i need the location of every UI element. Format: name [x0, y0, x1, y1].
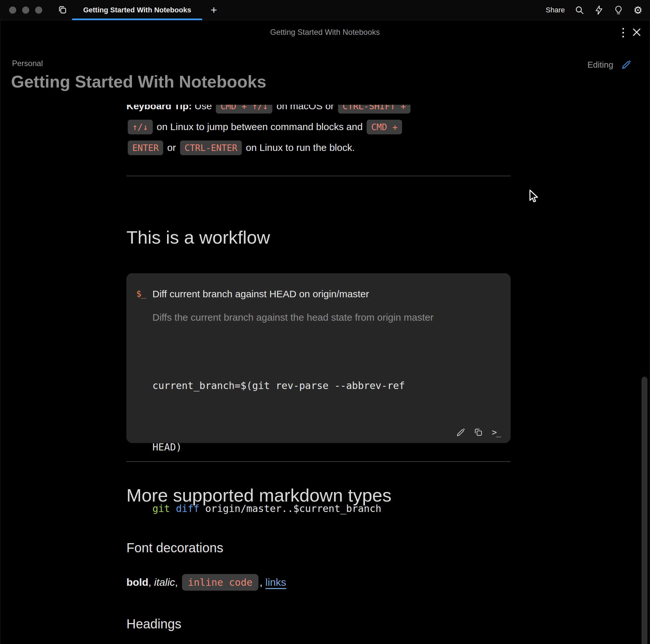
edit-workflow-icon[interactable]: [455, 427, 466, 438]
editing-mode[interactable]: Editing: [588, 60, 632, 70]
titlebar: Getting Started With Notebooks + Share ⚙: [0, 0, 650, 20]
notebook-content: Keyboard Tip: Use CMD + ↑/↓ on macOS or …: [127, 21, 511, 644]
tip-lead: Keyboard Tip:: [127, 105, 192, 111]
tip-line-1: Keyboard Tip: Use CMD + ↑/↓ on macOS or …: [127, 105, 511, 116]
lightbulb-icon[interactable]: [614, 5, 623, 15]
lightning-icon[interactable]: [594, 5, 604, 15]
markdown-section-heading: More supported markdown types: [127, 485, 392, 506]
workflow-card[interactable]: $_ Diff current branch against HEAD on o…: [127, 273, 511, 443]
links-sample[interactable]: links: [265, 576, 286, 588]
key-arrows: ↑/↓: [128, 120, 153, 134]
section-divider: [127, 176, 511, 176]
workflow-card-title: Diff current branch against HEAD on orig…: [152, 287, 492, 301]
font-decorations-sample: bold, italic, inline code, links: [127, 574, 286, 591]
mouse-cursor: [529, 190, 540, 203]
minimize-traffic-light[interactable]: [22, 6, 29, 14]
code-line: HEAD): [152, 437, 492, 457]
edit-pencil-icon[interactable]: [621, 60, 631, 70]
tab-getting-started[interactable]: Getting Started With Notebooks: [72, 0, 202, 20]
close-icon[interactable]: [631, 26, 643, 38]
run-in-terminal-icon[interactable]: >_: [491, 427, 502, 438]
key-ctrl-shift: CTRL-SHIFT +: [338, 105, 410, 113]
zoom-traffic-light[interactable]: [35, 6, 42, 14]
scrollbar-thumb[interactable]: [642, 377, 647, 644]
breadcrumb[interactable]: Personal: [12, 59, 43, 68]
key-ctrl-enter: CTRL-ENTER: [180, 140, 242, 155]
share-button[interactable]: Share: [546, 6, 565, 14]
tip-line-2: ↑/↓ on Linux to jump between command blo…: [127, 116, 511, 137]
overflow-menu-icon[interactable]: [620, 27, 626, 38]
workflow-section-heading: This is a workflow: [127, 227, 270, 248]
tab-fade-overlay: [72, 0, 83, 19]
italic-sample: italic: [154, 576, 175, 588]
new-tab-button[interactable]: +: [207, 3, 220, 17]
search-icon[interactable]: [575, 5, 584, 15]
section-divider: [127, 461, 511, 462]
keyboard-tip-paragraph: Keyboard Tip: Use CMD + ↑/↓ on macOS or …: [127, 105, 511, 160]
key-enter: ENTER: [128, 140, 163, 155]
workflow-card-description: Diffs the current branch against the hea…: [152, 307, 445, 328]
editing-mode-label: Editing: [588, 60, 614, 70]
inline-code-sample: inline code: [182, 574, 258, 591]
headings-heading: Headings: [127, 617, 181, 631]
notebooks-icon[interactable]: [57, 5, 68, 15]
tip-line-3: ENTER or CTRL-ENTER on Linux to run the …: [127, 137, 511, 158]
workflow-card-actions: >_: [455, 427, 502, 438]
notebook-window: Getting Started With Notebooks Personal …: [0, 21, 650, 644]
tab-title: Getting Started With Notebooks: [83, 6, 191, 14]
settings-gear-icon[interactable]: ⚙: [633, 5, 643, 15]
workflow-card-code: current_branch=$(git rev-parse --abbrev-…: [152, 334, 492, 560]
bold-sample: bold: [127, 576, 148, 588]
window-controls[interactable]: [9, 6, 42, 14]
key-cmd-plus: CMD +: [367, 120, 402, 134]
copy-command-icon[interactable]: [473, 427, 484, 438]
key-cmd-arrows: CMD + ↑/↓: [216, 105, 273, 113]
close-traffic-light[interactable]: [9, 6, 16, 14]
font-decorations-heading: Font decorations: [127, 541, 223, 555]
code-line: current_branch=$(git rev-parse --abbrev-…: [152, 375, 492, 396]
shell-prompt-icon: $_: [136, 287, 152, 560]
active-tab-indicator: [72, 19, 202, 20]
